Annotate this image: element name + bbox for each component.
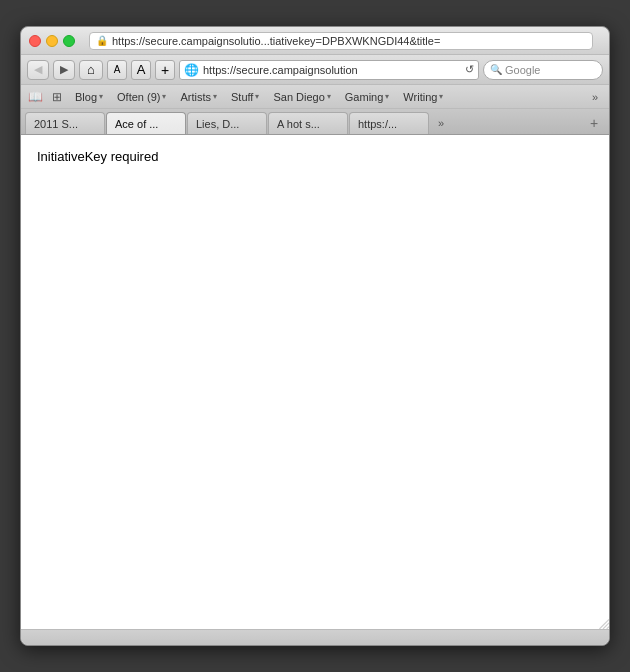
close-button[interactable]	[29, 35, 41, 47]
search-icon: 🔍	[490, 64, 502, 75]
refresh-button[interactable]: ↺	[465, 63, 474, 76]
title-bar-url: 🔒 https://secure.campaignsolutio...tiati…	[89, 32, 593, 50]
bookmark-sandiego[interactable]: San Diego▾	[267, 88, 336, 106]
add-button[interactable]: +	[155, 60, 175, 80]
tab-ace[interactable]: Ace of ...	[106, 112, 186, 134]
bookmark-artists[interactable]: Artists▾	[174, 88, 223, 106]
forward-button[interactable]: ▶	[53, 60, 75, 80]
maximize-button[interactable]	[63, 35, 75, 47]
lock-icon: 🔒	[96, 35, 108, 46]
font-small-button[interactable]: A	[107, 60, 127, 80]
address-icon: 🌐	[184, 63, 199, 77]
tab-2011[interactable]: 2011 S...	[25, 112, 105, 134]
title-url-text: https://secure.campaignsolutio...tiative…	[112, 35, 440, 47]
traffic-lights	[29, 35, 75, 47]
bookmarks-overflow-button[interactable]: »	[585, 88, 605, 106]
home-button[interactable]: ⌂	[79, 60, 103, 80]
resize-handle[interactable]	[593, 613, 609, 629]
reader-icon[interactable]: 📖	[25, 88, 45, 106]
new-tab-button[interactable]: +	[583, 112, 605, 134]
minimize-button[interactable]	[46, 35, 58, 47]
tab-hot[interactable]: A hot s...	[268, 112, 348, 134]
content-area: InitiativeKey required	[21, 135, 609, 629]
back-button[interactable]: ◀	[27, 60, 49, 80]
font-large-button[interactable]: A	[131, 60, 151, 80]
page-content-text: InitiativeKey required	[37, 149, 158, 164]
tab-https[interactable]: https:/...	[349, 112, 429, 134]
toolbar: ◀ ▶ ⌂ A A + 🌐 https://secure.campaignsol…	[21, 55, 609, 85]
bookmarks-bar: 📖 ⊞ Blog▾ Often (9)▾ Artists▾ Stuff▾ San…	[21, 85, 609, 109]
tab-lies[interactable]: Lies, D...	[187, 112, 267, 134]
address-text: https://secure.campaignsolution	[203, 64, 461, 76]
bookmark-blog[interactable]: Blog▾	[69, 88, 109, 106]
search-bar[interactable]: 🔍 Google	[483, 60, 603, 80]
address-bar[interactable]: 🌐 https://secure.campaignsolution ↺	[179, 60, 479, 80]
bookmark-stuff[interactable]: Stuff▾	[225, 88, 265, 106]
title-bar: 🔒 https://secure.campaignsolutio...tiati…	[21, 27, 609, 55]
bookmark-gaming[interactable]: Gaming▾	[339, 88, 396, 106]
bookmark-often[interactable]: Often (9)▾	[111, 88, 172, 106]
search-placeholder: Google	[505, 64, 540, 76]
grid-icon[interactable]: ⊞	[47, 88, 67, 106]
browser-window: 🔒 https://secure.campaignsolutio...tiati…	[20, 26, 610, 646]
status-bar	[21, 629, 609, 645]
tabs-bar: 2011 S... Ace of ... Lies, D... A hot s.…	[21, 109, 609, 135]
tabs-overflow-button[interactable]: »	[430, 112, 452, 134]
bookmark-writing[interactable]: Writing▾	[397, 88, 449, 106]
svg-line-2	[607, 627, 609, 629]
resize-icon	[597, 617, 609, 629]
